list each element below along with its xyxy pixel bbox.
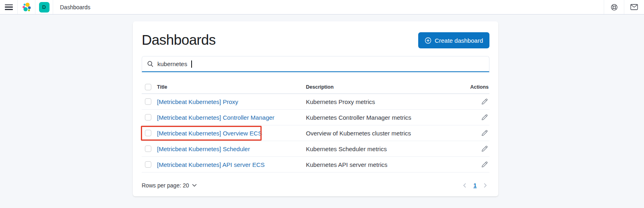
help-button[interactable] xyxy=(604,0,624,14)
chevron-down-icon xyxy=(192,184,197,187)
next-page-button[interactable] xyxy=(481,182,489,189)
row-checkbox[interactable] xyxy=(145,114,151,121)
dashboard-link[interactable]: [Metricbeat Kubernetes] Overview ECS xyxy=(157,130,262,137)
dashboards-panel: Dashboards Create dashboard kubernetes T… xyxy=(133,21,498,196)
create-dashboard-label: Create dashboard xyxy=(435,37,483,44)
dashboard-description: Overview of Kubernetes cluster metrics xyxy=(306,130,469,137)
row-checkbox[interactable] xyxy=(145,130,151,136)
text-cursor xyxy=(191,60,192,68)
rows-per-page-button[interactable]: Rows per page: 20 xyxy=(142,182,197,189)
edit-button[interactable] xyxy=(481,113,489,121)
home-button[interactable] xyxy=(18,0,35,14)
plus-in-circle-icon xyxy=(425,37,431,44)
table-header-row: Title Description Actions xyxy=(142,80,489,94)
row-checkbox[interactable] xyxy=(145,161,151,168)
column-header-description: Description xyxy=(306,84,469,90)
dashboard-link[interactable]: [Metricbeat Kubernetes] API server ECS xyxy=(157,161,265,168)
edit-button[interactable] xyxy=(481,129,489,137)
pagination: 1 xyxy=(460,181,489,189)
help-icon xyxy=(611,4,618,11)
dashboard-description: Kubernetes API server metrics xyxy=(306,161,469,168)
edit-button[interactable] xyxy=(481,160,489,168)
table-row: [Metricbeat Kubernetes] Proxy Kubernetes… xyxy=(142,94,489,110)
dashboard-description: Kubernetes Proxy metrics xyxy=(306,98,469,105)
dashboard-description: Kubernetes Controller Manager metrics xyxy=(306,114,469,121)
dashboard-link[interactable]: [Metricbeat Kubernetes] Scheduler xyxy=(157,146,250,152)
search-icon xyxy=(147,60,154,67)
chevron-left-icon xyxy=(463,183,466,188)
dashboards-table: Title Description Actions [Metricbeat Ku… xyxy=(142,80,489,173)
dashboard-description: Kubernetes Scheduler metrics xyxy=(306,146,469,152)
top-navigation-bar: D Dashboards xyxy=(0,0,644,15)
create-dashboard-button[interactable]: Create dashboard xyxy=(418,32,489,48)
column-header-title: Title xyxy=(157,84,306,90)
search-input-value: kubernetes xyxy=(157,60,187,67)
edit-button[interactable] xyxy=(481,98,489,106)
edit-button[interactable] xyxy=(481,145,489,153)
newsfeed-icon xyxy=(630,4,638,10)
previous-page-button[interactable] xyxy=(460,182,469,189)
page-number-1[interactable]: 1 xyxy=(471,181,479,189)
dashboard-link[interactable]: [Metricbeat Kubernetes] Proxy xyxy=(157,98,238,105)
newsfeed-button[interactable] xyxy=(624,0,644,14)
table-row-highlighted: [Metricbeat Kubernetes] Overview ECS Ove… xyxy=(142,125,489,141)
page-title: Dashboards xyxy=(142,31,216,49)
select-all-checkbox[interactable] xyxy=(145,84,151,90)
rows-per-page-label: Rows per page: 20 xyxy=(142,182,189,189)
row-checkbox[interactable] xyxy=(145,146,151,152)
column-header-actions: Actions xyxy=(469,84,489,90)
dashboard-link[interactable]: [Metricbeat Kubernetes] Controller Manag… xyxy=(157,114,275,121)
table-row: [Metricbeat Kubernetes] Scheduler Kubern… xyxy=(142,141,489,157)
space-avatar: D xyxy=(39,2,50,12)
space-selector[interactable]: D xyxy=(35,0,53,14)
menu-button[interactable] xyxy=(0,0,18,14)
search-input[interactable]: kubernetes xyxy=(142,56,489,72)
table-footer: Rows per page: 20 1 xyxy=(142,179,489,192)
breadcrumb: Dashboards xyxy=(53,0,91,14)
row-checkbox[interactable] xyxy=(145,98,151,105)
menu-icon xyxy=(5,4,13,10)
chevron-right-icon xyxy=(484,183,487,188)
elastic-logo xyxy=(21,2,32,12)
table-row: [Metricbeat Kubernetes] API server ECS K… xyxy=(142,157,489,173)
table-row: [Metricbeat Kubernetes] Controller Manag… xyxy=(142,110,489,125)
